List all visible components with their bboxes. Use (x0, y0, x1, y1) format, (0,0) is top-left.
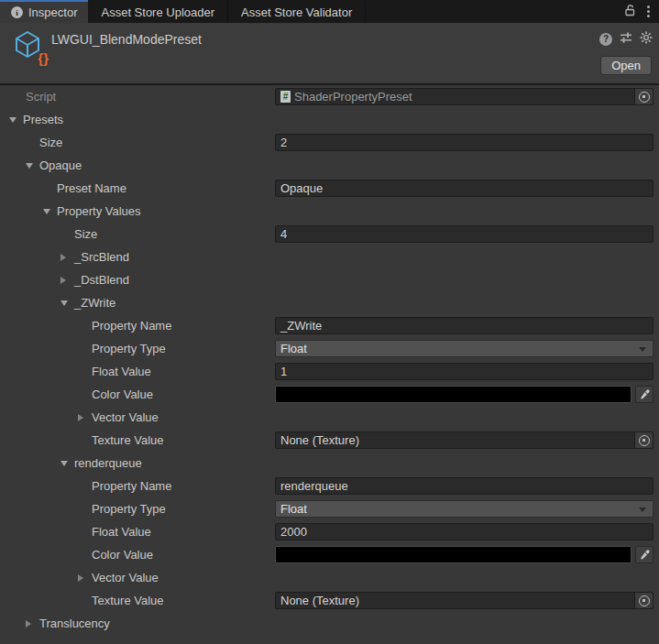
field-label: Script (26, 90, 56, 104)
foldout-arrow-closed-icon[interactable] (60, 254, 74, 261)
foldout-label[interactable]: _SrcBlend (74, 250, 129, 264)
texture-object-field[interactable]: None (Texture) (275, 431, 654, 449)
row-renderqueue-property-name: Property Name renderqueue (0, 475, 659, 497)
help-icon[interactable]: ? (599, 33, 612, 46)
size-input[interactable]: 4 (275, 225, 654, 243)
row-opaque: Opaque (0, 154, 659, 177)
color-field (275, 546, 654, 563)
kebab-menu-icon[interactable] (647, 5, 650, 17)
float-value-input[interactable]: 1 (275, 363, 654, 380)
foldout-label[interactable]: _DstBlend (74, 273, 129, 287)
row-renderqueue-vector-value: Vector Value (0, 566, 659, 589)
script-object-field[interactable]: # ShaderPropertyPreset (275, 88, 654, 105)
property-name-input[interactable]: renderqueue (275, 477, 654, 495)
field-label: Texture Value (92, 594, 164, 607)
row-zwrite-vector-value: Vector Value (0, 406, 659, 429)
row-presets: Presets (0, 108, 659, 131)
field-label: Float Value (92, 365, 151, 378)
gear-icon[interactable] (640, 31, 653, 47)
row-script: Script # ShaderPropertyPreset (0, 85, 659, 108)
foldout-label[interactable]: Translucency (39, 617, 110, 630)
row-zwrite-texture-value: Texture Value None (Texture) (0, 429, 659, 452)
field-label: Preset Name (57, 181, 126, 195)
open-button[interactable]: Open (600, 56, 652, 75)
field-label: Size (39, 136, 62, 149)
color-field (275, 386, 654, 403)
size-input[interactable]: 2 (275, 134, 654, 151)
script-object-value: ShaderPropertyPreset (294, 89, 412, 104)
preset-name-value: Opaque (280, 180, 323, 196)
field-label: Float Value (92, 525, 151, 539)
field-label: Property Type (92, 342, 166, 355)
tab-actions (623, 0, 659, 23)
info-icon: i (11, 6, 23, 18)
texture-value: None (Texture) (280, 432, 359, 448)
field-label: Color Value (92, 387, 153, 401)
field-label: Texture Value (92, 433, 164, 447)
foldout-label[interactable]: _ZWrite (74, 296, 115, 310)
row-renderqueue-float-value: Float Value 2000 (0, 520, 659, 543)
size-value: 4 (280, 226, 287, 242)
foldout-arrow-closed-icon[interactable] (78, 414, 92, 421)
foldout-arrow-open-icon[interactable] (60, 461, 74, 466)
property-type-dropdown[interactable]: Float (275, 500, 654, 518)
object-picker-icon[interactable] (634, 432, 653, 448)
eyedropper-icon[interactable] (635, 386, 654, 403)
csharp-script-icon: # (280, 91, 291, 103)
row-zwrite: _ZWrite (0, 291, 659, 314)
foldout-label[interactable]: Property Values (57, 204, 141, 218)
property-type-dropdown[interactable]: Float (275, 340, 654, 357)
float-value: 1 (280, 364, 287, 379)
texture-value: None (Texture) (280, 593, 359, 608)
field-label: Property Name (92, 479, 171, 493)
row-presets-size: Size 2 (0, 131, 659, 154)
field-label: Size (74, 227, 97, 241)
chevron-down-icon (639, 508, 646, 512)
preset-name-input[interactable]: Opaque (275, 180, 654, 197)
chevron-down-icon (639, 347, 646, 352)
foldout-label[interactable]: Presets (23, 113, 63, 126)
eyedropper-icon[interactable] (635, 546, 654, 563)
tab-bar: i Inspector Asset Store Uploader Asset S… (0, 0, 659, 23)
property-name-value: _ZWrite (280, 318, 322, 333)
tab-asset-store-validator[interactable]: Asset Store Validator (228, 0, 366, 23)
foldout-label[interactable]: Vector Value (92, 571, 159, 584)
foldout-label[interactable]: Opaque (39, 158, 82, 172)
row-translucency: Translucency (0, 612, 659, 635)
color-swatch[interactable] (275, 546, 632, 563)
foldout-arrow-open-icon[interactable] (9, 117, 23, 123)
property-list: Script # ShaderPropertyPreset Presets Si… (0, 85, 659, 635)
tab-asset-store-uploader[interactable]: Asset Store Uploader (88, 0, 228, 23)
color-swatch[interactable] (275, 386, 632, 403)
float-value-input[interactable]: 2000 (275, 523, 654, 540)
texture-object-field[interactable]: None (Texture) (275, 592, 654, 609)
lock-icon[interactable] (623, 4, 636, 19)
tab-label: Asset Store Validator (241, 5, 352, 19)
row-zwrite-float-value: Float Value 1 (0, 360, 659, 383)
foldout-label[interactable]: Vector Value (92, 410, 159, 424)
row-renderqueue-color-value: Color Value (0, 543, 659, 566)
tab-label: Asset Store Uploader (101, 5, 214, 19)
row-dstblend: _DstBlend (0, 268, 659, 291)
float-value: 2000 (280, 524, 307, 540)
foldout-arrow-closed-icon[interactable] (60, 277, 74, 284)
foldout-arrow-open-icon[interactable] (60, 300, 74, 306)
foldout-label[interactable]: renderqueue (74, 456, 142, 470)
presets-icon[interactable] (620, 31, 632, 47)
row-zwrite-property-name: Property Name _ZWrite (0, 314, 659, 337)
field-label: Property Type (92, 502, 166, 516)
braces-glyph: {} (38, 50, 49, 66)
foldout-arrow-open-icon[interactable] (43, 209, 57, 214)
object-picker-icon[interactable] (634, 89, 653, 104)
property-name-input[interactable]: _ZWrite (275, 317, 654, 334)
row-zwrite-color-value: Color Value (0, 383, 659, 406)
object-picker-icon[interactable] (634, 593, 653, 608)
row-renderqueue: renderqueue (0, 452, 659, 475)
foldout-arrow-closed-icon[interactable] (78, 574, 92, 582)
field-label: Color Value (92, 548, 153, 562)
tab-label: Inspector (28, 5, 77, 19)
row-property-values: Property Values (0, 200, 659, 223)
tab-inspector[interactable]: i Inspector (0, 0, 88, 23)
foldout-arrow-closed-icon[interactable] (26, 620, 39, 628)
foldout-arrow-open-icon[interactable] (26, 163, 39, 169)
